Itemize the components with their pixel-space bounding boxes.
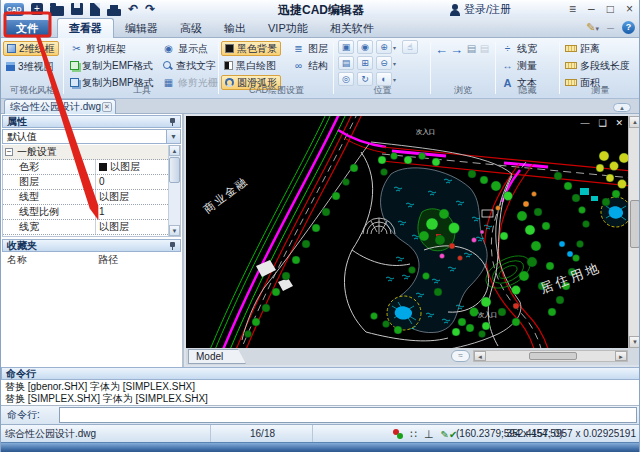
pin-icon[interactable]: [169, 242, 176, 250]
group-label-hide: 隐藏: [498, 84, 557, 97]
button-hide-lineweight[interactable]: ÷ 线宽: [498, 41, 540, 56]
button-measure-distance[interactable]: 距离: [562, 41, 603, 56]
park-drawing: 商业金融 居住用地 次入口 次入口: [186, 116, 628, 348]
minimize-button[interactable]: –: [588, 1, 595, 17]
cascade-windows-icon[interactable]: ▣: [338, 40, 354, 54]
scroll-left-icon[interactable]: ◄: [474, 351, 486, 361]
scroll-up-icon[interactable]: ▲: [629, 116, 640, 128]
zoom-extents-icon[interactable]: ⊞: [357, 56, 373, 70]
cube-3d-icon: [6, 62, 15, 71]
group-label-draw-settings: CAD绘图设置: [221, 84, 332, 97]
property-scrollbar[interactable]: ▲ ▼: [168, 145, 180, 236]
tile-windows-icon[interactable]: ▤: [338, 56, 354, 70]
scroll-right-icon[interactable]: ►: [615, 351, 627, 361]
tab-advanced[interactable]: 高级: [169, 18, 213, 38]
draw-check-icon[interactable]: ✎✔: [441, 426, 458, 443]
zoom-out-icon[interactable]: ⊖: [376, 56, 392, 70]
command-log-line: 替换 [gbenor.SHX] 字体为 [SIMPLEX.SHX]: [5, 381, 637, 393]
drawing-canvas[interactable]: 商业金融 居住用地 次入口 次入口 — ❑ ✕: [186, 116, 628, 348]
scroll-thumb[interactable]: [630, 200, 640, 248]
tab-viewer[interactable]: 查看器: [57, 18, 114, 38]
tab-output[interactable]: 输出: [213, 18, 257, 38]
group-label-measure: 测量: [562, 84, 639, 97]
menu-icon[interactable]: ≡: [569, 1, 576, 17]
preset-dropdown[interactable]: 默认值▼: [2, 129, 181, 144]
favorites-header[interactable]: 收藏夹: [2, 239, 181, 252]
group-label-tools: 工具: [67, 84, 217, 97]
polyline-ruler-icon: [565, 62, 577, 69]
title-bar: CAD + ↶ ↷ 迅捷CAD编辑器 登录/注册 ≡ – □ ×: [1, 0, 640, 18]
scroll-down-icon[interactable]: ▼: [169, 225, 180, 236]
customize-pencil-icon[interactable]: ✎▾: [586, 21, 599, 34]
zoom-in-icon[interactable]: ⊕: [376, 40, 392, 54]
button-clip-frame[interactable]: ✂ 剪切框架: [67, 41, 129, 56]
tab-editor[interactable]: 编辑器: [114, 18, 169, 38]
pan-hand-icon[interactable]: ☝: [402, 40, 418, 54]
measure-icon: ↔: [501, 60, 514, 72]
status-dimensions: 594 x 454.5957 x 0.02925191: [504, 425, 636, 443]
property-row-ltscale[interactable]: 线型比例 1: [3, 205, 168, 220]
forward-icon[interactable]: →: [450, 42, 463, 57]
property-row-layer[interactable]: 图层 0: [3, 175, 168, 190]
command-log: 替换 [gbenor.SHX] 字体为 [SIMPLEX.SHX] 替换 [SI…: [1, 380, 640, 406]
property-row-color[interactable]: 色彩 以图层: [3, 160, 168, 175]
canvas-close-icon[interactable]: ✕: [615, 118, 623, 128]
pin-icon[interactable]: [169, 118, 176, 126]
login-register[interactable]: 登录/注册: [450, 2, 511, 17]
properties-header[interactable]: 属性: [2, 115, 181, 128]
command-input[interactable]: [59, 407, 637, 423]
document-close-icon[interactable]: ✕: [102, 102, 112, 112]
tab-related[interactable]: 相关软件: [319, 18, 385, 38]
layers-icon: ≣: [292, 43, 305, 55]
scroll-up-icon[interactable]: ▲: [169, 145, 180, 156]
color-swatch: [99, 163, 107, 171]
dropdown-arrow-icon[interactable]: ▼: [166, 130, 180, 143]
document-tab[interactable]: 综合性公园设计.dwg ✕: [4, 99, 116, 114]
canvas-restore-icon[interactable]: ❑: [598, 118, 606, 128]
lineweight-icon: ÷: [501, 43, 514, 55]
property-row-linetype[interactable]: 线型 以图层: [3, 190, 168, 205]
ortho-icon[interactable]: ⊥: [424, 426, 434, 443]
canvas-minimize-icon[interactable]: —: [580, 118, 589, 128]
page-undo-icon[interactable]: ▤: [465, 43, 478, 55]
favorites-col-name[interactable]: 名称: [7, 253, 27, 267]
favorites-columns: 名称 路径: [2, 253, 181, 267]
osnap-icon[interactable]: [393, 429, 403, 439]
button-layers[interactable]: ≣ 图层: [289, 41, 331, 56]
scroll-down-icon[interactable]: ▼: [629, 336, 640, 348]
canvas-bottom-strip: Model ≈ ◄ ►: [186, 348, 640, 365]
ribbon-collapse-icon[interactable]: ▲: [613, 103, 631, 112]
command-panel-header[interactable]: 命令行: [1, 367, 640, 380]
layout-options-icon[interactable]: ≈: [451, 350, 470, 362]
grid-icon[interactable]: ∷: [410, 426, 417, 443]
back-icon[interactable]: ←: [435, 42, 448, 57]
model-tab[interactable]: Model: [188, 349, 246, 364]
button-copy-emf[interactable]: 复制为EMF格式: [67, 58, 156, 73]
property-row-lineweight[interactable]: 线宽 以图层: [3, 220, 168, 235]
close-button[interactable]: ×: [626, 1, 633, 17]
vertical-scrollbar[interactable]: ▲ ▼: [628, 116, 640, 348]
button-3d-view[interactable]: 3维视图: [3, 59, 57, 74]
bw-icon: [224, 61, 233, 70]
horizontal-scrollbar[interactable]: ◄ ►: [473, 350, 628, 362]
button-hide-measure[interactable]: ↔ 测量: [498, 58, 540, 73]
zoom-window-icon[interactable]: ◉: [357, 40, 373, 54]
button-find-text[interactable]: 查找文字: [159, 58, 219, 73]
help-icon[interactable]: ?: [622, 21, 635, 34]
button-measure-polyline[interactable]: 多段线长度: [562, 58, 633, 73]
button-2d-wireframe[interactable]: 2维线框: [3, 41, 59, 56]
scissors-icon: ✂: [70, 43, 83, 55]
button-black-background[interactable]: 黑色背景: [221, 41, 281, 56]
scroll-thumb[interactable]: [529, 352, 577, 360]
button-bw-drawing[interactable]: 黑白绘图: [221, 58, 279, 73]
tab-vip[interactable]: VIP功能: [257, 18, 319, 38]
scroll-thumb[interactable]: [169, 157, 180, 183]
tab-file[interactable]: 文件: [4, 20, 50, 36]
ribbon-options-icon[interactable]: —: [607, 24, 614, 31]
button-show-points[interactable]: ◉ 显示点: [159, 41, 211, 56]
button-structure[interactable]: ∞ 结构: [289, 58, 331, 73]
property-group-row[interactable]: 一般设置: [3, 145, 168, 160]
collapse-icon[interactable]: [5, 148, 13, 156]
favorites-col-path[interactable]: 路径: [98, 253, 118, 267]
maximize-button[interactable]: □: [607, 1, 614, 17]
